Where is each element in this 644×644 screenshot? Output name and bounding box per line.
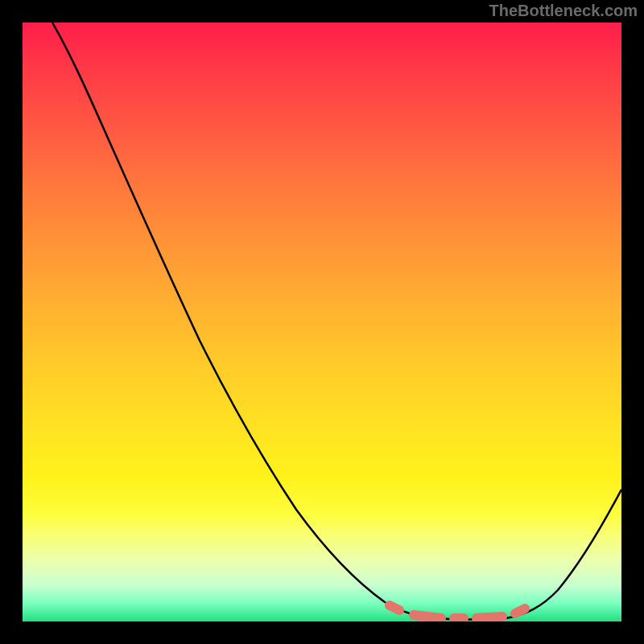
bottleneck-curve (52, 23, 621, 620)
svg-line-3 (477, 617, 502, 618)
svg-line-0 (390, 605, 399, 610)
optimum-markers (390, 605, 525, 618)
plot-area (23, 23, 621, 621)
watermark-text: TheBottleneck.com (489, 2, 638, 20)
svg-line-1 (414, 615, 441, 618)
chart-container: TheBottleneck.com (0, 0, 644, 644)
curve-svg (23, 23, 621, 621)
svg-line-4 (515, 609, 525, 613)
